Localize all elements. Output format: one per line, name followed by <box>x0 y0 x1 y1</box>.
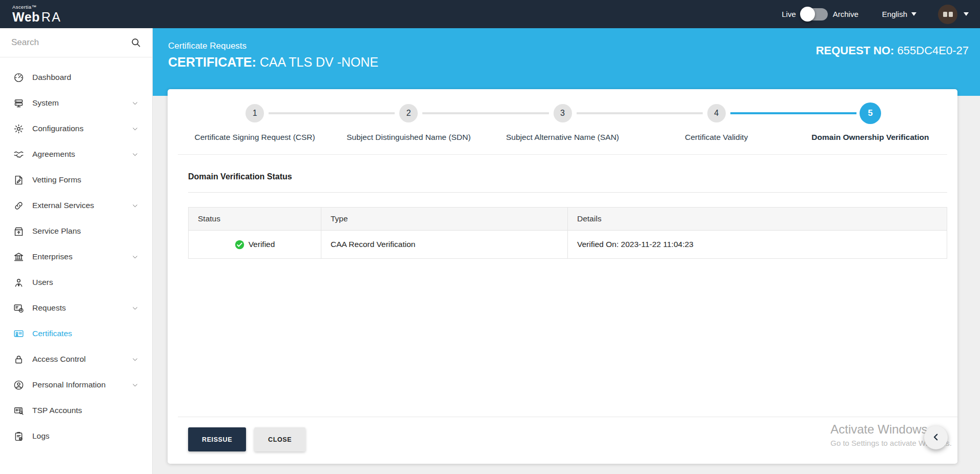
bank-icon <box>13 251 24 262</box>
form-pen-icon <box>13 174 24 186</box>
sidebar-item-enterprises[interactable]: Enterprises <box>0 244 152 270</box>
user-avatar[interactable] <box>938 5 957 24</box>
user-menu-caret-down-icon[interactable] <box>964 12 969 16</box>
main-area: Certificate Requests CERTIFICATE: CAA TL… <box>153 28 980 474</box>
link-icon <box>13 200 24 211</box>
sidebar-item-external-services[interactable]: External Services <box>0 193 152 218</box>
webra-logo: Ascertia™ WebRA <box>12 5 62 24</box>
sidebar-item-label: Service Plans <box>32 226 138 236</box>
page-header-left: Certificate Requests CERTIFICATE: CAA TL… <box>168 28 378 96</box>
sidebar-item-label: Users <box>32 278 138 287</box>
sidebar-item-configurations[interactable]: Configurations <box>0 116 152 141</box>
sidebar-item-dashboard[interactable]: Dashboard <box>0 65 152 90</box>
sidebar-item-requests[interactable]: Requests <box>0 295 152 321</box>
step-domain-ownership-verification[interactable]: 5Domain Ownership Verification <box>793 102 947 142</box>
webra-app: Ascertia™ WebRA Live Archive English Da <box>0 0 980 474</box>
step-label: Certificate Validity <box>682 133 751 142</box>
step-subject-alternative-name-san[interactable]: 3Subject Alternative Name (SAN) <box>485 102 639 142</box>
column-header-status: Status <box>189 208 321 231</box>
search-icon[interactable] <box>131 37 141 48</box>
sidebar-menu: DashboardSystemConfigurationsAgreementsV… <box>0 57 152 449</box>
topbar-actions: Live Archive English <box>782 5 969 24</box>
certificate-icon <box>13 328 24 339</box>
chevron-down-icon <box>132 305 138 312</box>
sidebar-item-label: Requests <box>32 303 132 313</box>
sidebar-item-system[interactable]: System <box>0 90 152 116</box>
language-dropdown[interactable]: English <box>882 10 916 18</box>
lock-icon <box>13 354 24 365</box>
card-footer: REISSUE CLOSE Activate Windows Go to Set… <box>178 417 957 464</box>
step-certificate-validity[interactable]: 4Certificate Validity <box>640 102 793 142</box>
type-cell: CAA Record Verification <box>321 231 568 259</box>
chevron-down-icon <box>132 202 138 209</box>
live-archive-toggle[interactable] <box>801 8 828 20</box>
sidebar-item-tsp-accounts[interactable]: TSP Accounts <box>0 398 152 423</box>
stepper: 1Certificate Signing Request (CSR)2Subje… <box>178 89 947 155</box>
table-header-row: StatusTypeDetails <box>189 208 947 231</box>
page-title: CERTIFICATE: CAA TLS DV -NONE <box>168 55 378 70</box>
table-row: VerifiedCAA Record VerificationVerified … <box>189 231 947 259</box>
toggle-knob[interactable] <box>800 7 815 22</box>
live-label: Live <box>782 10 796 18</box>
sidebar-item-service-plans[interactable]: Service Plans <box>0 218 152 244</box>
sidebar: DashboardSystemConfigurationsAgreementsV… <box>0 28 153 474</box>
request-number: REQUEST NO: 655DC4E0-27 <box>816 28 969 96</box>
step-number: 1 <box>246 104 264 122</box>
sidebar-item-certificates[interactable]: Certificates <box>0 321 152 346</box>
step-number: 4 <box>707 104 726 122</box>
chevron-down-icon <box>132 356 138 363</box>
speedometer-icon <box>13 72 24 83</box>
sidebar-item-personal-information[interactable]: Personal Information <box>0 372 152 398</box>
column-header-type: Type <box>321 208 568 231</box>
user-icon <box>13 277 24 288</box>
steps-row: 1Certificate Signing Request (CSR)2Subje… <box>178 102 947 142</box>
sidebar-item-logs[interactable]: Logs <box>0 423 152 449</box>
step-number: 2 <box>399 104 418 122</box>
server-icon <box>13 97 24 109</box>
caret-down-icon <box>911 12 916 16</box>
sidebar-item-label: Configurations <box>32 124 132 133</box>
logs-icon <box>13 430 24 442</box>
step-number: 3 <box>554 104 572 122</box>
chevron-down-icon <box>132 382 138 388</box>
sidebar-item-agreements[interactable]: Agreements <box>0 141 152 167</box>
step-certificate-signing-request-csr[interactable]: 1Certificate Signing Request (CSR) <box>178 102 332 142</box>
step-subject-distinguished-name-sdn[interactable]: 2Subject Distinguished Name (SDN) <box>332 102 485 142</box>
request-card-icon <box>13 302 24 314</box>
status-badge: Verified <box>198 231 312 258</box>
sidebar-item-label: Enterprises <box>32 252 132 261</box>
sidebar-item-vetting-forms[interactable]: Vetting Forms <box>0 167 152 193</box>
sidebar-item-label: Access Control <box>32 355 132 364</box>
brand-company: Ascertia™ <box>12 5 62 10</box>
column-header-details: Details <box>568 208 947 231</box>
gear-icon <box>13 123 24 134</box>
search-input[interactable] <box>11 37 131 48</box>
sidebar-item-label: External Services <box>32 201 132 210</box>
sidebar-item-label: Certificates <box>32 329 138 338</box>
layout: DashboardSystemConfigurationsAgreementsV… <box>0 28 980 474</box>
chevron-down-icon <box>132 151 138 158</box>
sidebar-item-label: Vetting Forms <box>32 175 138 184</box>
sidebar-item-label: Personal Information <box>32 380 132 389</box>
sidebar-item-label: System <box>32 98 132 108</box>
sidebar-item-access-control[interactable]: Access Control <box>0 346 152 372</box>
topbar: Ascertia™ WebRA Live Archive English <box>0 0 980 28</box>
share-box-icon <box>13 225 24 237</box>
sidebar-search <box>0 28 152 57</box>
sidebar-item-label: Agreements <box>32 150 132 159</box>
request-card: 1Certificate Signing Request (CSR)2Subje… <box>168 89 957 464</box>
reissue-button[interactable]: REISSUE <box>188 427 246 451</box>
sidebar-item-label: TSP Accounts <box>32 406 138 415</box>
step-label: Certificate Signing Request (CSR) <box>192 133 318 142</box>
collapse-panel-button[interactable] <box>924 426 948 449</box>
section-divider <box>188 192 947 193</box>
section-title: Domain Verification Status <box>188 172 947 181</box>
brand-product: WebRA <box>12 11 62 24</box>
sidebar-item-users[interactable]: Users <box>0 270 152 295</box>
close-button[interactable]: CLOSE <box>254 427 305 451</box>
account-search-icon <box>13 405 24 416</box>
language-label: English <box>882 10 907 18</box>
handshake-icon <box>13 149 24 160</box>
sidebar-item-label: Logs <box>32 431 138 441</box>
chevron-down-icon <box>132 254 138 260</box>
